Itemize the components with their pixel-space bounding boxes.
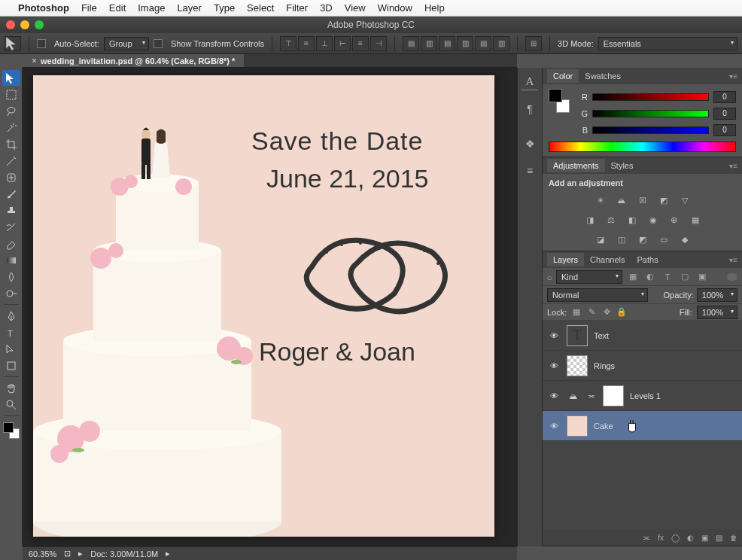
path-select-tool[interactable] xyxy=(2,341,20,357)
workspace-dropdown[interactable]: Essentials xyxy=(598,37,737,50)
adjustments-panel-menu-icon[interactable]: ▾≡ xyxy=(729,162,737,170)
align-top-icon[interactable]: ⊤ xyxy=(280,36,296,51)
filter-shape-icon[interactable]: ▢ xyxy=(678,272,692,282)
gradient-tool[interactable] xyxy=(2,252,20,268)
distribute-vcenter-icon[interactable]: ▥ xyxy=(421,36,437,51)
blue-slider[interactable] xyxy=(592,126,709,134)
align-left-icon[interactable]: ⊢ xyxy=(334,36,351,51)
zoom-level[interactable]: 60.35% xyxy=(29,549,56,558)
menu-type[interactable]: Type xyxy=(214,2,235,14)
layer-name[interactable]: Levels 1 xyxy=(630,391,661,400)
green-value[interactable]: 0 xyxy=(713,108,736,120)
hue-icon[interactable]: ◨ xyxy=(583,213,597,227)
visibility-toggle[interactable]: 👁 xyxy=(547,331,561,340)
distribute-left-icon[interactable]: ▥ xyxy=(457,36,473,51)
layer-name[interactable]: Rings xyxy=(594,361,615,370)
menu-image[interactable]: Image xyxy=(138,2,165,14)
healing-tool[interactable] xyxy=(2,169,20,185)
green-slider[interactable] xyxy=(592,110,709,117)
document-tab[interactable]: × wedding_invitation.psd @ 60.4% (Cake, … xyxy=(23,54,244,67)
marquee-tool[interactable] xyxy=(2,87,20,102)
fx-icon[interactable]: fx xyxy=(658,534,664,542)
channel-mixer-icon[interactable]: ⊕ xyxy=(667,213,681,227)
color-panel-menu-icon[interactable]: ▾≡ xyxy=(729,72,737,81)
color-foreground-background[interactable] xyxy=(549,89,570,113)
color-swatch[interactable] xyxy=(3,422,20,439)
history-brush-tool[interactable] xyxy=(2,219,20,235)
visibility-toggle[interactable]: 👁 xyxy=(547,391,561,400)
menu-help[interactable]: Help xyxy=(424,2,445,14)
eyedropper-tool[interactable] xyxy=(2,153,20,169)
layer-name[interactable]: Cake xyxy=(594,422,613,431)
crop-tool[interactable] xyxy=(2,136,20,152)
lock-all-icon[interactable]: 🔒 xyxy=(616,307,627,317)
visibility-toggle[interactable]: 👁 xyxy=(547,422,561,431)
menu-view[interactable]: View xyxy=(345,2,366,14)
paragraph-panel-icon[interactable]: ¶ xyxy=(522,101,538,117)
auto-select-target-dropdown[interactable]: Group xyxy=(104,37,149,50)
layer-row-text[interactable]: 👁 T Text xyxy=(543,321,742,351)
gradient-map-icon[interactable]: ▭ xyxy=(657,233,671,246)
type-tool[interactable]: T xyxy=(2,324,20,340)
filter-adjustment-icon[interactable]: ◐ xyxy=(643,272,657,282)
zoom-slider-icon[interactable]: ⊡ xyxy=(64,549,71,558)
link-layers-icon[interactable]: ⫘ xyxy=(643,534,650,542)
auto-select-checkbox[interactable] xyxy=(37,39,46,48)
invert-icon[interactable]: ◪ xyxy=(594,233,607,246)
blend-mode-dropdown[interactable]: Normal xyxy=(547,288,648,302)
menu-filter[interactable]: Filter xyxy=(286,2,308,14)
layer-name[interactable]: Text xyxy=(594,331,609,340)
swatches-tab[interactable]: Swatches xyxy=(579,69,627,83)
threshold-icon[interactable]: ◩ xyxy=(636,233,649,246)
lock-transparent-icon[interactable]: ▦ xyxy=(571,307,582,317)
filter-type-icon[interactable]: T xyxy=(661,272,674,282)
menu-3d[interactable]: 3D xyxy=(320,2,333,14)
layer-row-rings[interactable]: 👁 Rings xyxy=(543,351,742,381)
distribute-right-icon[interactable]: ▥ xyxy=(493,36,509,51)
auto-align-icon[interactable]: ⊞ xyxy=(525,36,542,51)
fill-adj-icon[interactable]: ◐ xyxy=(687,534,694,542)
posterize-icon[interactable]: ◫ xyxy=(615,233,628,246)
filter-smart-icon[interactable]: ▣ xyxy=(695,272,709,282)
levels-icon[interactable]: ⛰ xyxy=(615,193,628,207)
mask-icon[interactable]: ◯ xyxy=(671,534,680,542)
show-transform-checkbox[interactable] xyxy=(154,39,163,48)
filter-kind-dropdown[interactable]: Kind xyxy=(556,270,622,284)
wand-tool[interactable] xyxy=(2,120,20,135)
history-panel-icon[interactable]: ≡ xyxy=(522,163,538,179)
layers-panel-menu-icon[interactable]: ▾≡ xyxy=(729,256,737,264)
adjustments-tab[interactable]: Adjustments xyxy=(547,159,605,172)
delete-layer-icon[interactable]: 🗑 xyxy=(730,534,737,542)
lasso-tool[interactable] xyxy=(2,103,20,119)
visibility-toggle[interactable]: 👁 xyxy=(547,361,561,370)
hand-tool[interactable] xyxy=(2,380,20,396)
close-window-button[interactable] xyxy=(6,20,15,29)
lock-position-icon[interactable]: ✥ xyxy=(601,307,612,317)
doc-size[interactable]: Doc: 3.00M/11.0M xyxy=(90,549,158,558)
shape-tool[interactable] xyxy=(2,358,20,373)
move-tool[interactable] xyxy=(2,70,20,86)
color-tab[interactable]: Color xyxy=(547,69,579,83)
align-vcenter-icon[interactable]: ≡ xyxy=(298,36,315,51)
menu-file[interactable]: File xyxy=(81,2,97,14)
red-slider[interactable] xyxy=(592,93,709,101)
distribute-top-icon[interactable]: ▤ xyxy=(403,36,419,51)
hue-strip[interactable] xyxy=(549,142,736,152)
align-right-icon[interactable]: ⊣ xyxy=(370,36,387,51)
styles-tab[interactable]: Styles xyxy=(605,159,640,172)
distribute-bottom-icon[interactable]: ▤ xyxy=(439,36,455,51)
group-icon[interactable]: ▣ xyxy=(701,534,708,542)
document-canvas[interactable]: Save the Date June 21, 2015 Roger & Joan xyxy=(33,75,494,537)
channels-tab[interactable]: Channels xyxy=(584,253,631,266)
dodge-tool[interactable] xyxy=(2,285,20,301)
red-value[interactable]: 0 xyxy=(713,91,736,103)
new-layer-icon[interactable]: ▤ xyxy=(716,534,722,542)
eraser-tool[interactable] xyxy=(2,236,20,251)
move-tool-icon[interactable] xyxy=(5,36,21,51)
character-panel-icon[interactable]: A xyxy=(522,74,538,90)
filter-toggle[interactable] xyxy=(727,273,737,281)
pen-tool[interactable] xyxy=(2,308,20,324)
layer-row-cake[interactable]: 👁 Cake xyxy=(543,411,742,441)
layers-tab[interactable]: Layers xyxy=(547,253,584,266)
lookup-icon[interactable]: ▦ xyxy=(689,213,702,227)
